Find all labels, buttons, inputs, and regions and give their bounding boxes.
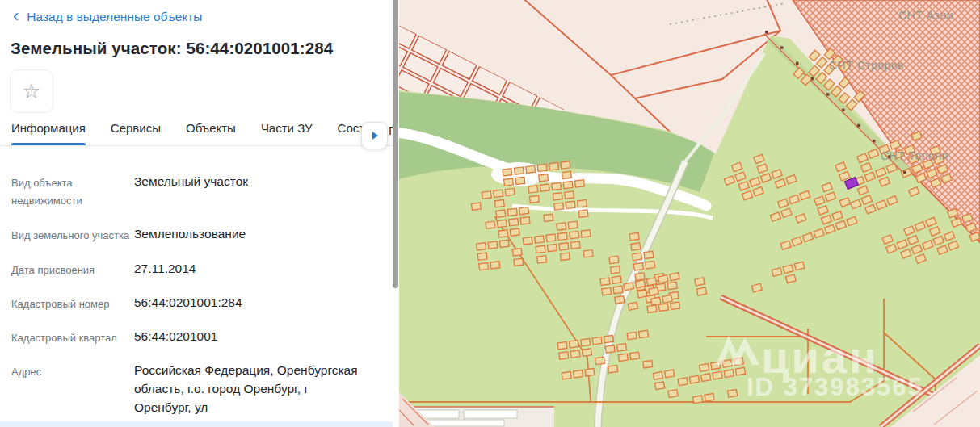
tab-information[interactable]: Информация [11,121,86,145]
favorite-button[interactable]: ☆ [10,69,53,113]
map-label-snt: СНТ Тополя [881,149,948,162]
field-label: Адрес [11,361,134,417]
tab-services[interactable]: Сервисы [111,121,161,145]
field-row: Кадастровый номер 56:44:0201001:284 [11,293,388,313]
field-row: Вид земельного участка Землепользование [11,224,388,245]
cadastral-map[interactable]: СНТ Азни СНТ Строров СНТ Тополя циан ID … [399,0,980,427]
field-label: Вид объекта недвижимости [11,172,134,210]
field-label: Кадастровый квартал [11,327,134,347]
field-row: Дата присвоения 27.11.2014 [11,259,388,279]
map-label-snt: СНТ Строров [829,59,904,72]
cadastral-map-app: ‹ Назад в выделенные объекты Земельный у… [0,0,980,427]
field-value: 27.11.2014 [134,259,196,279]
field-row: Адрес Российская Федерация, Оренбургская… [11,361,388,417]
field-value: 56:44:0201001:284 [134,293,242,313]
field-value: Землепользование [134,224,246,245]
panel-scrollbar[interactable] [393,0,398,427]
tabs-scroll-right-button[interactable] [361,122,388,149]
back-link-label: Назад в выделенные объекты [27,10,202,24]
chevron-right-icon [372,132,378,140]
tab-objects[interactable]: Объекты [186,121,236,145]
info-fields: Вид объекта недвижимости Земельный участ… [0,146,388,427]
star-icon: ☆ [22,81,40,102]
map-label-snt: СНТ Азни [898,9,953,22]
field-label: Дата присвоения [11,259,134,279]
back-chevron-icon: ‹ [13,9,19,23]
tab-parts[interactable]: Части ЗУ [261,121,313,145]
object-info-panel: ‹ Назад в выделенные объекты Земельный у… [0,0,399,427]
field-value: 56:44:0201001 [134,327,217,347]
field-value: Земельный участок [134,172,248,210]
scrollbar-thumb[interactable] [393,0,398,288]
tab-bar: Информация Сервисы Объекты Части ЗУ Сост… [0,121,393,146]
field-row: Вид объекта недвижимости Земельный участ… [11,172,388,210]
back-link[interactable]: ‹ Назад в выделенные объекты [13,10,202,24]
field-value: Российская Федерация, Оренбургская облас… [134,361,365,417]
field-label: Вид земельного участка [11,224,134,245]
page-title: Земельный участок: 56:44:0201001:284 [11,39,333,58]
watermark-id: ID 373983565 [747,373,923,401]
field-row: Кадастровый квартал 56:44:0201001 [11,327,388,347]
field-label: Кадастровый номер [11,293,134,313]
panel-bottom-strip [0,421,393,427]
